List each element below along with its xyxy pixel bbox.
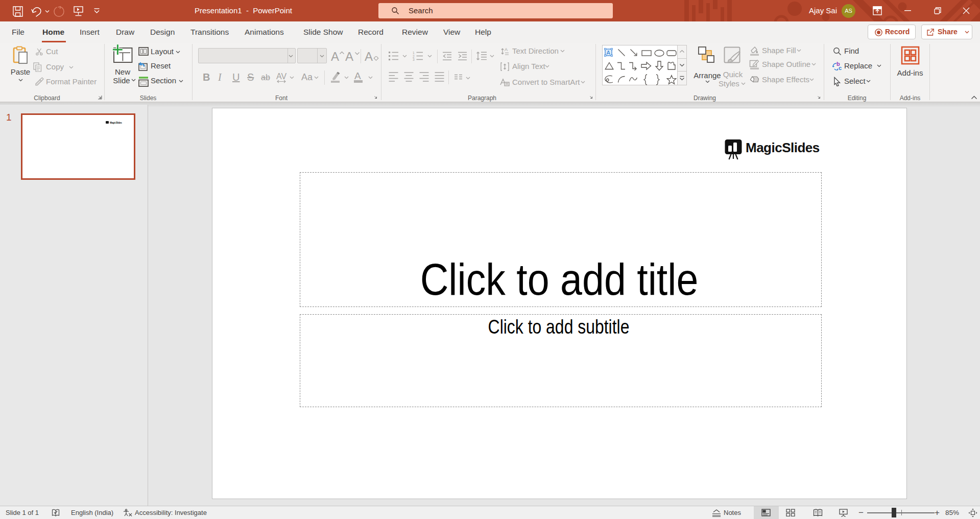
- svg-text:A: A: [607, 50, 611, 56]
- svg-text:3: 3: [413, 58, 415, 61]
- svg-text:c: c: [839, 65, 842, 71]
- svg-text:A: A: [505, 47, 508, 52]
